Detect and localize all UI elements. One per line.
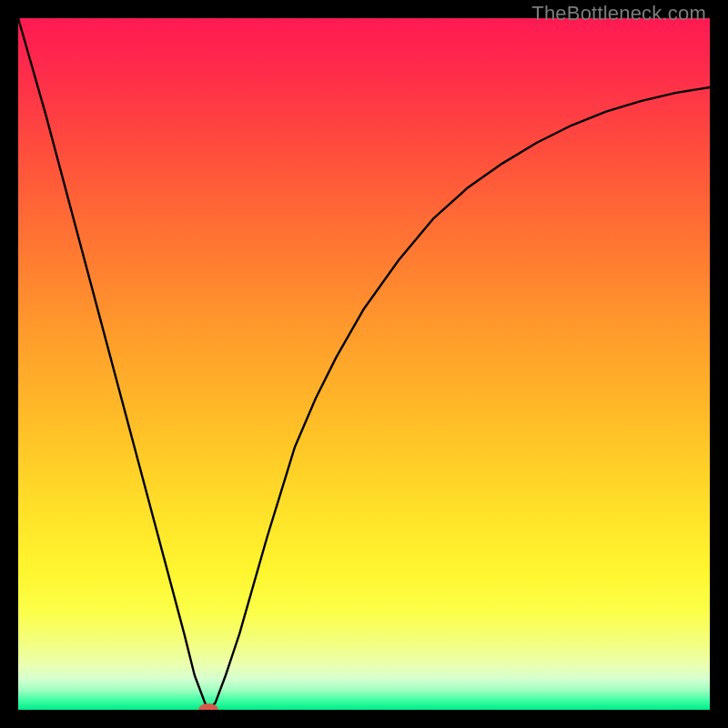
gradient-background: [18, 18, 710, 710]
bottleneck-chart: [18, 18, 710, 710]
chart-frame: [18, 18, 710, 710]
watermark-text: TheBottleneck.com: [531, 2, 706, 25]
